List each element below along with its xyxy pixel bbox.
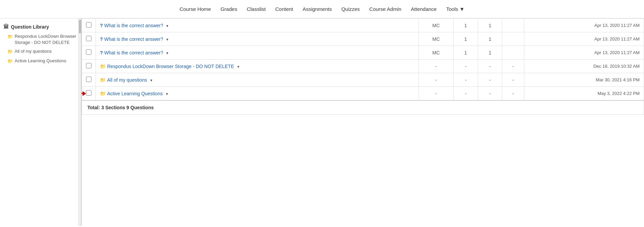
date-cell: Dec 18, 2019 10:32 AM (524, 60, 644, 73)
row-chevron-icon[interactable]: ▾ (149, 78, 152, 83)
checkbox-cell (82, 46, 96, 60)
nav-classlist[interactable]: Classlist (242, 4, 271, 14)
question-text-cell: 📁All of my questions ▾ (96, 73, 419, 87)
nav-tools-menu[interactable]: Tools ▼ (441, 4, 469, 14)
nav-content[interactable]: Content (270, 4, 298, 14)
checkbox-cell (82, 60, 96, 73)
points-cell: - (454, 87, 478, 101)
row-chevron-icon[interactable]: ▾ (165, 92, 168, 96)
sidebar-item-all-questions-label: All of my questions (15, 48, 52, 54)
sidebar-item-active-learning[interactable]: 📁 Active Learning Questions (0, 56, 81, 66)
nav-course-home[interactable]: Course Home (175, 4, 216, 14)
question-type-cell: MC (419, 19, 453, 32)
questions-table: ?What is the correct answer? ▾MC11Apr 13… (82, 18, 644, 115)
question-link[interactable]: Respondus LockDown Browser Storage - DO … (107, 64, 234, 69)
row-chevron-icon[interactable]: ▾ (236, 64, 239, 69)
difficulty-cell: - (478, 60, 502, 73)
main-layout: 🏛 Question Library 📁 Respondus LockDown … (0, 18, 644, 226)
question-type-cell: MC (419, 46, 453, 60)
checkbox-wrapper (86, 77, 91, 83)
question-text-cell: ?What is the correct answer? ▾ (96, 46, 419, 60)
question-link[interactable]: Active Learning Questions (107, 91, 163, 96)
question-link[interactable]: All of my questions (107, 77, 147, 83)
question-link[interactable]: What is the correct answer? (104, 23, 164, 28)
red-arrow-indicator (82, 91, 86, 96)
points-cell: 1 (454, 46, 478, 60)
scrollbar-thumb (79, 20, 81, 33)
folder-icon-active-learning: 📁 (7, 58, 13, 64)
extra-cell (502, 32, 524, 46)
checkbox-wrapper (86, 36, 91, 42)
checkbox-cell (82, 19, 96, 32)
folder-row-icon: 📁 (100, 91, 106, 96)
question-type-cell: - (419, 87, 453, 101)
extra-cell: - (502, 73, 524, 87)
points-cell: - (454, 60, 478, 73)
arrow-head (83, 91, 86, 96)
checkbox-cell (82, 32, 96, 46)
extra-cell (502, 46, 524, 60)
question-type-cell: - (419, 60, 453, 73)
sidebar-title-text: Question Library (11, 24, 49, 30)
row-checkbox[interactable] (86, 90, 91, 96)
sidebar-item-respondus-label: Respondus LockDown Browser Storage - DO … (15, 33, 78, 46)
date-cell: Mar 30, 2021 4:16 PM (524, 73, 644, 87)
table-row: 📁Respondus LockDown Browser Storage - DO… (82, 60, 644, 73)
date-cell: Apr 13, 2020 11:27 AM (524, 19, 644, 32)
library-icon: 🏛 (3, 24, 9, 30)
question-link[interactable]: What is the correct answer? (104, 36, 164, 42)
date-cell: Apr 13, 2020 11:27 AM (524, 46, 644, 60)
nav-course-admin[interactable]: Course Admin (365, 4, 406, 14)
checkbox-wrapper (86, 49, 91, 56)
question-type-icon: ? (100, 36, 103, 42)
question-text-cell: 📁Active Learning Questions ▾ (96, 87, 419, 101)
nav-assignments[interactable]: Assignments (298, 4, 337, 14)
row-checkbox[interactable] (86, 49, 91, 55)
row-checkbox[interactable] (86, 77, 91, 82)
top-navigation: Course Home Grades Classlist Content Ass… (0, 0, 644, 18)
sidebar-item-active-learning-label: Active Learning Questions (15, 58, 66, 64)
difficulty-cell: - (478, 73, 502, 87)
question-type-icon: ? (100, 50, 103, 55)
date-cell: Apr 13, 2020 11:27 AM (524, 32, 644, 46)
points-cell: - (454, 73, 478, 87)
sidebar-item-all-questions[interactable]: 📁 All of my questions (0, 47, 81, 56)
difficulty-cell: 1 (478, 46, 502, 60)
extra-cell: - (502, 87, 524, 101)
total-row: Total: 3 Sections 9 Questions (82, 100, 644, 115)
sidebar-item-respondus[interactable]: 📁 Respondus LockDown Browser Storage - D… (0, 32, 81, 47)
row-checkbox[interactable] (86, 22, 91, 28)
nav-grades[interactable]: Grades (216, 4, 242, 14)
sidebar-title: 🏛 Question Library (0, 22, 81, 32)
total-text: Total: 3 Sections 9 Questions (82, 100, 644, 115)
question-text-cell: ?What is the correct answer? ▾ (96, 32, 419, 46)
checkbox-wrapper (86, 63, 91, 69)
folder-icon-respondus: 📁 (7, 34, 13, 40)
row-chevron-icon[interactable]: ▾ (165, 37, 168, 42)
extra-cell (502, 19, 524, 32)
tools-chevron-icon: ▼ (459, 6, 464, 12)
table-row: ?What is the correct answer? ▾MC11Apr 13… (82, 32, 644, 46)
points-cell: 1 (454, 19, 478, 32)
question-text-cell: 📁Respondus LockDown Browser Storage - DO… (96, 60, 419, 73)
table-row: ?What is the correct answer? ▾MC11Apr 13… (82, 19, 644, 32)
folder-row-icon: 📁 (100, 64, 106, 69)
checkbox-cell (82, 73, 96, 87)
row-checkbox[interactable] (86, 63, 91, 68)
question-text-cell: ?What is the correct answer? ▾ (96, 19, 419, 32)
nav-quizzes[interactable]: Quizzes (337, 4, 365, 14)
date-cell: May 3, 2022 4:22 PM (524, 87, 644, 101)
row-chevron-icon[interactable]: ▾ (165, 23, 168, 28)
nav-attendance[interactable]: Attendance (406, 4, 441, 14)
sidebar: 🏛 Question Library 📁 Respondus LockDown … (0, 18, 82, 226)
row-checkbox[interactable] (86, 36, 91, 41)
content-area: ?What is the correct answer? ▾MC11Apr 13… (82, 18, 644, 226)
points-cell: 1 (454, 32, 478, 46)
difficulty-cell: - (478, 87, 502, 101)
question-link[interactable]: What is the correct answer? (104, 50, 164, 55)
scrollbar-track (78, 18, 81, 226)
row-chevron-icon[interactable]: ▾ (165, 51, 168, 55)
question-type-icon: ? (100, 23, 103, 28)
extra-cell: - (502, 60, 524, 73)
table-row: ?What is the correct answer? ▾MC11Apr 13… (82, 46, 644, 60)
